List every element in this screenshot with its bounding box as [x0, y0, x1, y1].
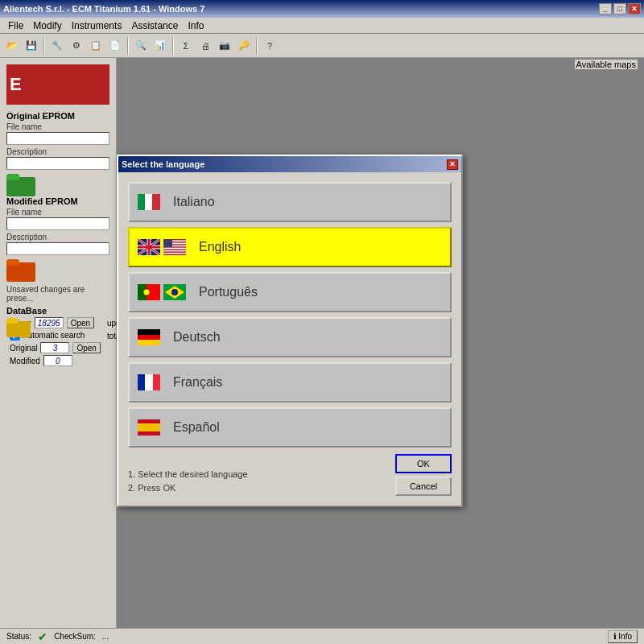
- status-bar: Status: ✔ CheckSum: ... ℹ Info: [0, 628, 644, 644]
- db-auto-search-label: Automatic search: [23, 331, 85, 340]
- original-folder-icon[interactable]: [6, 172, 37, 196]
- language-dialog: Select the language ✕ Italiano: [117, 155, 463, 507]
- database-section: DataBase Driver 18295 Open Automatic sea…: [6, 306, 109, 368]
- dialog-cancel-button[interactable]: Cancel: [395, 477, 452, 496]
- title-bar-controls: _ □ ✕: [599, 3, 641, 14]
- svg-rect-16: [163, 239, 172, 247]
- modified-desc-label: Description: [6, 233, 109, 242]
- db-folder-row: Driver 18295 Open Automatic search Origi…: [6, 317, 109, 368]
- svg-rect-28: [153, 374, 160, 390]
- svg-rect-14: [163, 250, 186, 252]
- tb-icon6[interactable]: 📊: [151, 37, 169, 55]
- lang-btn-portugues[interactable]: Português: [128, 272, 452, 312]
- flag-germany: [138, 329, 160, 345]
- logo-text: E: [10, 74, 22, 95]
- tb-icon4[interactable]: 📄: [106, 37, 124, 55]
- lang-btn-espanol[interactable]: Español: [128, 407, 452, 448]
- original-filename-label: File name: [6, 122, 109, 131]
- dialog-close-button[interactable]: ✕: [447, 159, 458, 170]
- logo-area: E: [6, 64, 109, 105]
- instruction-1: 1. Select the desired language: [128, 468, 248, 482]
- available-maps-label: Available maps: [575, 60, 638, 69]
- english-label: English: [199, 240, 241, 254]
- italiano-flags: [138, 194, 160, 210]
- italiano-label: Italiano: [173, 195, 215, 209]
- dialog-ok-button[interactable]: OK: [395, 454, 452, 473]
- tb-help-icon[interactable]: ?: [261, 37, 279, 55]
- checksum-value: ...: [102, 632, 109, 641]
- portugues-flags: [138, 284, 186, 300]
- dialog-title-bar: Select the language ✕: [118, 156, 461, 172]
- flag-spain: [138, 419, 160, 436]
- lang-btn-italiano[interactable]: Italiano: [128, 182, 452, 222]
- menu-file[interactable]: File: [3, 19, 28, 33]
- modified-filename-input[interactable]: [6, 217, 109, 230]
- tb-icon1[interactable]: 🔧: [48, 37, 66, 55]
- modified-folder-icon[interactable]: [6, 258, 37, 282]
- toolbar: 📂 💾 🔧 ⚙ 📋 📄 🔍 📊 Σ 🖨 📷 🔑 ?: [0, 34, 644, 58]
- svg-rect-15: [163, 253, 186, 254]
- original-eprom-title: Original EPROM: [6, 111, 109, 121]
- dialog-instructions: 1. Select the desired language 2. Press …: [128, 468, 248, 496]
- tb-icon2[interactable]: ⚙: [68, 37, 85, 55]
- menu-assistance[interactable]: Assistance: [126, 19, 183, 33]
- svg-rect-25: [138, 340, 160, 345]
- menu-info[interactable]: Info: [183, 19, 208, 33]
- db-driver-value: 18295: [35, 317, 64, 328]
- francais-label: Français: [173, 375, 222, 390]
- info-label: Info: [618, 632, 632, 641]
- svg-rect-24: [138, 335, 160, 340]
- dialog-buttons: OK Cancel: [395, 454, 452, 496]
- menu-modify[interactable]: Modify: [28, 19, 66, 33]
- tb-sep2: [127, 38, 129, 54]
- tb-icon8[interactable]: 🔑: [235, 37, 253, 55]
- minimize-button[interactable]: _: [599, 3, 612, 14]
- dialog-footer: 1. Select the desired language 2. Press …: [128, 454, 452, 496]
- close-button[interactable]: ✕: [628, 3, 641, 14]
- tb-icon7[interactable]: 📷: [216, 37, 233, 55]
- menu-instruments[interactable]: Instruments: [67, 19, 127, 33]
- db-original-label: Original: [10, 344, 37, 353]
- flag-uk: [138, 239, 160, 255]
- original-filename-input[interactable]: [6, 132, 109, 145]
- database-title: DataBase: [6, 306, 109, 316]
- francais-flags: [138, 374, 160, 390]
- tb-save-icon[interactable]: 💾: [23, 37, 40, 55]
- flag-italy: [138, 194, 160, 210]
- portugues-label: Português: [199, 285, 258, 299]
- tb-open-icon[interactable]: 📂: [3, 37, 21, 55]
- english-flags: [138, 239, 186, 255]
- lang-btn-english[interactable]: English: [128, 227, 452, 267]
- status-check-icon: ✔: [38, 630, 47, 643]
- svg-rect-29: [138, 419, 160, 423]
- db-modified-row: Modified 0: [10, 355, 101, 366]
- tb-sep3: [172, 38, 174, 54]
- unsaved-message: Unsaved changes are prese...: [6, 285, 109, 303]
- tb-sigma-icon[interactable]: Σ: [177, 37, 195, 55]
- db-modified-value: 0: [43, 355, 72, 366]
- original-desc-label: Description: [6, 147, 109, 156]
- modified-filename-label: File name: [6, 208, 109, 217]
- original-desc-input[interactable]: [6, 157, 109, 170]
- dialog-title-text: Select the language: [122, 159, 204, 169]
- checksum-label: CheckSum:: [54, 632, 96, 641]
- tb-print-icon[interactable]: 🖨: [196, 37, 214, 55]
- flag-portugal: [138, 284, 160, 300]
- lang-btn-francais[interactable]: Français: [128, 362, 452, 402]
- tb-icon5[interactable]: 🔍: [132, 37, 150, 55]
- maximize-button[interactable]: □: [613, 3, 626, 14]
- svg-rect-13: [163, 248, 186, 250]
- db-driver-open-btn[interactable]: Open: [67, 317, 94, 328]
- window-title: Alientech S.r.l. - ECM Titanium 1.61 - W…: [3, 4, 204, 14]
- info-button[interactable]: ℹ Info: [608, 630, 638, 643]
- flag-france: [138, 374, 160, 390]
- flag-us: [163, 239, 186, 255]
- lang-btn-deutsch[interactable]: Deutsch: [128, 317, 452, 357]
- menu-bar: File Modify Instruments Assistance Info: [0, 18, 644, 34]
- deutsch-label: Deutsch: [173, 330, 221, 345]
- svg-rect-27: [138, 374, 145, 390]
- modified-desc-input[interactable]: [6, 242, 109, 255]
- svg-rect-31: [138, 431, 160, 436]
- db-original-open-btn[interactable]: Open: [72, 342, 100, 353]
- tb-icon3[interactable]: 📋: [87, 37, 105, 55]
